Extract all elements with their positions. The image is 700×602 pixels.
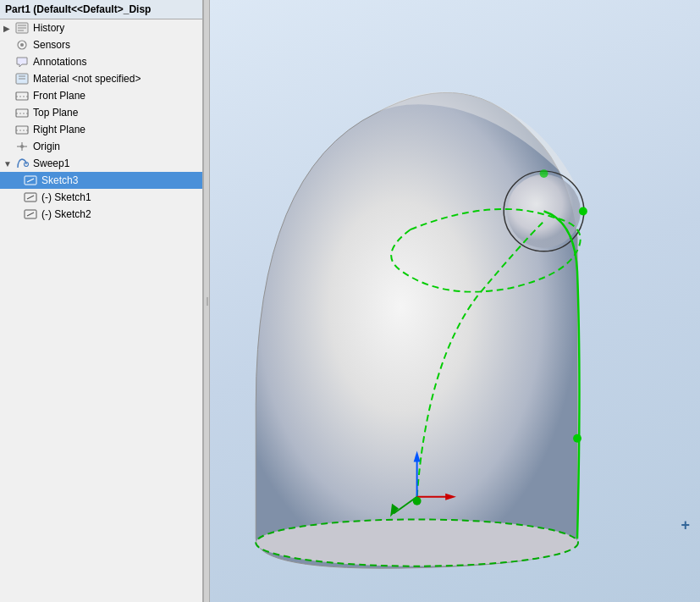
svg-point-5	[20, 43, 24, 47]
icon-sketch3	[22, 174, 39, 187]
tree-item-right-plane[interactable]: Right Plane	[0, 121, 202, 138]
label-material: Material <not specified>	[33, 73, 141, 85]
tree-item-sketch2[interactable]: (-) Sketch2	[0, 206, 202, 223]
icon-sensors	[14, 38, 30, 52]
tree-item-history[interactable]: ▶History	[0, 19, 202, 36]
icon-sketch2	[22, 207, 39, 221]
tree-container: ▶HistorySensorsAnnotationsMaterial <not …	[0, 19, 202, 602]
svg-point-36	[540, 169, 548, 178]
sidebar: Part1 (Default<<Default>_Disp ▶HistorySe…	[0, 0, 203, 602]
title-bar: Part1 (Default<<Default>_Disp	[0, 0, 202, 19]
model-svg	[210, 0, 700, 602]
label-sketch1: (-) Sketch1	[41, 191, 91, 203]
svg-line-25	[27, 213, 34, 216]
label-front-plane: Front Plane	[33, 90, 85, 102]
icon-origin	[14, 140, 30, 153]
arrow-history: ▶	[3, 24, 14, 33]
resize-handle[interactable]: |||	[203, 0, 210, 602]
svg-rect-10	[16, 92, 28, 100]
svg-point-38	[573, 434, 581, 443]
svg-line-21	[27, 179, 34, 182]
tree-item-front-plane[interactable]: Front Plane	[0, 87, 202, 104]
tree-item-top-plane[interactable]: Top Plane	[0, 104, 202, 121]
icon-right-plane	[14, 123, 30, 136]
icon-material	[14, 72, 30, 86]
plus-button[interactable]: +	[681, 516, 690, 534]
tree-item-material[interactable]: Material <not specified>	[0, 70, 202, 87]
svg-point-35	[579, 207, 587, 216]
tree-item-sketch3[interactable]: Sketch3	[0, 172, 202, 189]
label-history: History	[33, 22, 64, 34]
icon-sketch1	[22, 191, 39, 204]
label-right-plane: Right Plane	[33, 124, 85, 135]
svg-rect-14	[16, 126, 28, 134]
svg-rect-12	[16, 109, 28, 117]
tree-item-origin[interactable]: Origin	[0, 138, 202, 155]
icon-top-plane	[14, 106, 30, 119]
label-sensors: Sensors	[33, 39, 70, 51]
label-origin: Origin	[33, 141, 60, 152]
icon-front-plane	[14, 89, 30, 102]
label-sketch2: (-) Sketch2	[41, 208, 91, 220]
tree-item-sweep1[interactable]: ▼Sweep1	[0, 155, 202, 172]
tree-item-annotations[interactable]: Annotations	[0, 53, 202, 70]
tree-item-sketch1[interactable]: (-) Sketch1	[0, 189, 202, 206]
viewport: +	[210, 0, 700, 602]
arrow-sweep1: ▼	[3, 159, 14, 168]
icon-sweep1	[14, 157, 30, 170]
icon-history	[14, 21, 30, 35]
svg-line-23	[27, 196, 34, 199]
label-top-plane: Top Plane	[33, 107, 78, 119]
svg-point-37	[413, 497, 422, 505]
tree-item-sensors[interactable]: Sensors	[0, 36, 202, 53]
icon-annotations	[14, 55, 30, 69]
label-sweep1: Sweep1	[33, 157, 69, 169]
svg-point-18	[20, 145, 24, 148]
svg-point-26	[256, 519, 578, 566]
label-annotations: Annotations	[33, 56, 86, 68]
svg-marker-6	[17, 58, 27, 67]
label-sketch3: Sketch3	[41, 174, 78, 186]
